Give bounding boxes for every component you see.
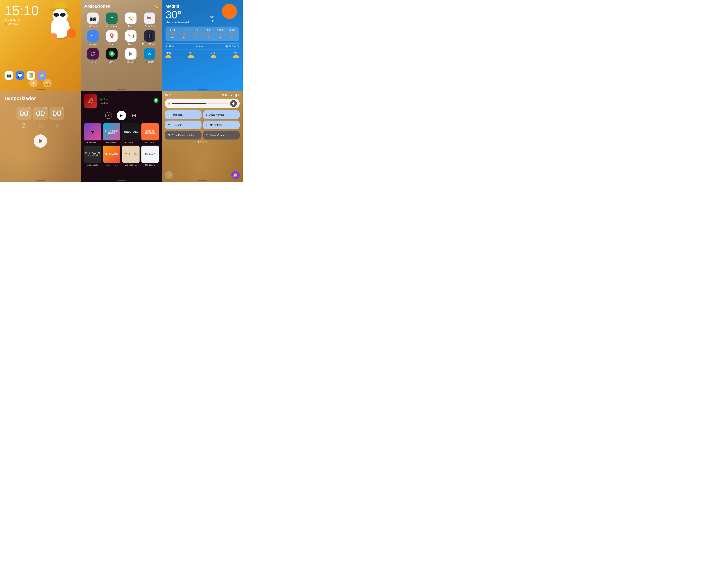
forecast-sun-mar	[166, 55, 171, 58]
glass-left	[53, 13, 59, 17]
svg-point-14	[111, 34, 113, 36]
hourly-time-18: 18:00	[205, 29, 211, 31]
playlist-hinds[interactable]: HINDS HALL HIND'S HALL	[122, 123, 140, 144]
tile-label-smart: Smart Connect	[210, 134, 227, 137]
bell-action[interactable]: 🔔	[43, 79, 52, 87]
spotify-brand-logo	[153, 98, 159, 103]
svg-rect-4	[147, 17, 148, 18]
hourly-18: 18:00 29°	[203, 29, 214, 39]
dock-gemini[interactable]: ✨	[38, 71, 46, 80]
hourly-sun-19	[219, 33, 221, 35]
brightness-fill	[172, 103, 206, 104]
scroll-h-02: 02	[22, 126, 25, 129]
dock-icons: 📷 💬 🖼️ ✨	[5, 71, 46, 80]
telegram-action[interactable]: ✈	[29, 79, 38, 87]
svg-rect-33	[100, 98, 100, 100]
spotify-brand-row: Spaz	[100, 98, 109, 101]
app-grabadora[interactable]: Grabadora	[141, 13, 158, 27]
app-label-telegram: Telegram	[145, 61, 154, 63]
hourly-sun-20	[231, 33, 233, 35]
spotify-add-button[interactable]: +	[105, 112, 112, 119]
app-playstore[interactable]: Play Store	[122, 48, 140, 63]
edit-icon[interactable]: ✏️	[154, 4, 158, 9]
app-icon-grabadora	[144, 13, 155, 24]
panel-quick-settings: 15:11 N ▣ ○ ▲ ▐▐ ▮ ⚙ ⏻ 💎 Pandora ↕ Datos…	[162, 91, 243, 182]
tile-bluetooth[interactable]: ✶ Bluetooth	[165, 121, 201, 129]
apps-grid: 📷 Cámara ≡ Calculadora	[84, 13, 158, 63]
forecast-sun-vie	[233, 55, 239, 58]
brightness-bar[interactable]	[172, 103, 228, 104]
app-marble-mayhem[interactable]: Marble Mayhem	[141, 30, 158, 45]
app-label-gmail: Gmail	[128, 43, 133, 45]
scroll-s-01: 01	[56, 122, 59, 125]
qs-panel-indicator	[198, 180, 207, 181]
tile-no-molestar[interactable]: ⊖ No molestar	[203, 121, 240, 129]
timer-play-button[interactable]	[34, 134, 47, 148]
app-camera[interactable]: 📷 Cámara	[84, 13, 102, 27]
spotify-next-button[interactable]: ⏭	[131, 112, 137, 119]
app-gmail[interactable]: Gmail	[122, 30, 140, 45]
tile-datos-moviles[interactable]: ↕ Datos móviles	[203, 110, 240, 119]
tile-pandora[interactable]: 💎 Pandora	[165, 110, 201, 119]
hourly-temp-15: 29°	[171, 36, 175, 39]
svg-rect-6	[147, 19, 148, 19]
hourly-20: 20:00 28°	[226, 29, 237, 39]
spotify-bar-icon	[100, 98, 102, 100]
hourly-time-15: 15:00	[170, 29, 176, 31]
playlist-daily[interactable]: Mix diario 2 Mix diario 2	[141, 146, 159, 166]
app-mensajes[interactable]: Mensajes	[84, 30, 102, 45]
play-icon	[39, 138, 43, 144]
clock-battery: 93%	[13, 22, 18, 25]
playlist-descubrimiento[interactable]: Descubrimiento semanal Descubrimi...	[103, 123, 120, 144]
playlist-radar[interactable]: Radar de Novedades Radar de N...	[141, 123, 159, 144]
humidity-stat: 🌡 37 %	[166, 45, 174, 48]
app-slack[interactable]: Slack	[84, 48, 102, 63]
svg-point-27	[93, 52, 94, 53]
app-icon-telegram	[144, 48, 155, 60]
playlist-canciones[interactable]: ♥ Canciones...	[84, 123, 101, 144]
app-telegram[interactable]: Telegram	[141, 48, 158, 63]
weather-chevron-icon[interactable]: ∨	[180, 5, 183, 8]
orange-blob	[67, 28, 76, 38]
svg-point-30	[109, 51, 115, 57]
scroll-h-col: 01 02	[16, 122, 31, 129]
rotacion-icon: ↻	[167, 133, 170, 137]
playlist-road[interactable]: 90s Road Trip 90s Road Tr...	[122, 146, 140, 166]
playlist-eagles[interactable]: Mix de Eagles Of Death Metal Mix de Eagl…	[84, 146, 101, 166]
weather-stats: 🌡 37 % 💧 0 mm 💨 36,3 km/h	[166, 43, 239, 49]
dock-photos[interactable]: 🖼️	[27, 71, 35, 80]
hourly-temp-18: 29°	[206, 36, 210, 39]
hourly-sun-15	[172, 33, 174, 35]
spotify-track-info: Spaz N.E.R.D	[100, 98, 109, 104]
dock-camera[interactable]: 📷	[5, 71, 13, 80]
hourly-time-20: 20:00	[229, 29, 235, 31]
app-fotos[interactable]: Fotos	[122, 13, 140, 27]
scroll-s-02: 02	[56, 126, 59, 129]
qs-bell-button[interactable]: 🔔	[231, 171, 240, 179]
playlist-2000s[interactable]: Mix de los 2000 Mix de los 2...	[103, 146, 120, 166]
tile-rotacion[interactable]: ↻ Rotación automática	[165, 131, 201, 140]
app-calculadora[interactable]: ≡ Calculadora	[103, 13, 121, 27]
tile-smart-connect[interactable]: ⊙ Smart Connect ›	[203, 131, 240, 140]
dot-4	[206, 141, 207, 143]
timer-digits-row: 00 h 00 min 00 s	[4, 107, 77, 120]
wind-icon: 💨	[225, 45, 228, 48]
spotify-play-button[interactable]: ▶	[117, 111, 126, 120]
app-icon-gmail	[125, 30, 137, 42]
signal-icon: ▐▐	[234, 94, 237, 96]
dock-messages[interactable]: 💬	[16, 71, 24, 80]
hourly-sun-16	[183, 33, 186, 35]
wind-stat: 💨 36,3 km/h	[225, 45, 239, 48]
qs-telegram-button[interactable]: ✈	[165, 171, 173, 179]
thumb-canciones: ♥	[84, 123, 101, 140]
timer-panel-indicator	[36, 180, 45, 181]
tile-label-datos: Datos móviles	[209, 113, 224, 116]
svg-point-1	[130, 18, 131, 19]
forecast-mie: MIÉ	[188, 52, 194, 58]
power-button[interactable]: ⏻	[230, 100, 237, 107]
thumb-eagles: Mix de Eagles Of Death Metal	[84, 146, 101, 163]
app-spotify[interactable]: Spotify	[103, 48, 121, 63]
app-maps[interactable]: Maps	[103, 30, 121, 45]
name-eagles: Mix de Eagl...	[87, 164, 98, 166]
name-daily: Mix diario 2	[145, 164, 155, 166]
